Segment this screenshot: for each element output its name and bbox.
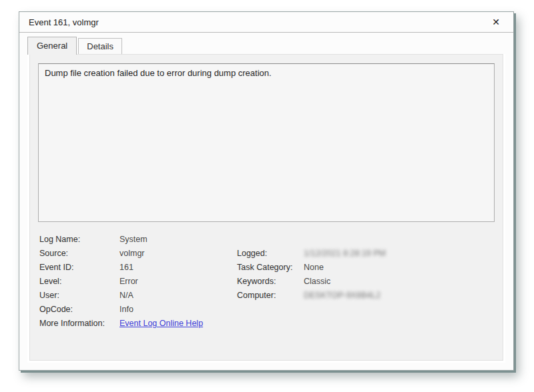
computer-label: Computer: <box>237 291 304 300</box>
field-row-eventid-taskcategory: Event ID: 161 Task Category: None <box>39 261 493 275</box>
event-fields: Log Name: System Source: volmgr Logged: … <box>31 227 501 331</box>
desktop-background: Event 161, volmgr ✕ General Details Dump… <box>0 0 534 392</box>
source-label: Source: <box>39 249 119 258</box>
tab-details[interactable]: Details <box>78 38 122 54</box>
more-information-label: More Information: <box>39 319 119 328</box>
opcode-value: Info <box>119 305 237 314</box>
level-label: Level: <box>39 277 119 286</box>
event-id-label: Event ID: <box>39 263 119 272</box>
field-row-log-name: Log Name: System <box>39 233 493 247</box>
level-value: Error <box>119 277 237 286</box>
user-value: N/A <box>119 291 237 300</box>
log-name-label: Log Name: <box>39 235 119 244</box>
dialog-body: Dump file creation failed due to error d… <box>19 54 513 370</box>
event-id-value: 161 <box>119 263 237 272</box>
event-properties-dialog: Event 161, volmgr ✕ General Details Dump… <box>19 11 514 371</box>
field-row-level-keywords: Level: Error Keywords: Classic <box>39 275 493 289</box>
user-label: User: <box>39 291 119 300</box>
source-value: volmgr <box>119 249 237 258</box>
tab-strip: General Details <box>19 33 513 54</box>
keywords-label: Keywords: <box>237 277 304 286</box>
computer-value-redacted: DESKTOP-9X8B4L2 <box>304 291 493 300</box>
dialog-titlebar[interactable]: Event 161, volmgr ✕ <box>19 12 513 33</box>
logged-label: Logged: <box>237 249 304 258</box>
field-row-opcode: OpCode: Info <box>39 303 493 317</box>
event-log-online-help-link[interactable]: Event Log Online Help <box>119 319 203 328</box>
field-row-more-information: More Information: Event Log Online Help <box>39 317 493 331</box>
logged-value-redacted: 1/12/2021 8:28:19 PM <box>304 249 493 258</box>
event-description-box[interactable]: Dump file creation failed due to error d… <box>38 63 495 222</box>
keywords-value: Classic <box>304 277 493 286</box>
field-row-source-logged: Source: volmgr Logged: 1/12/2021 8:28:19… <box>39 247 493 261</box>
log-name-value: System <box>119 235 237 244</box>
opcode-label: OpCode: <box>39 305 119 314</box>
close-icon[interactable]: ✕ <box>488 15 504 29</box>
tab-general[interactable]: General <box>27 37 77 55</box>
field-row-user-computer: User: N/A Computer: DESKTOP-9X8B4L2 <box>39 289 493 303</box>
general-tab-page: Dump file creation failed due to error d… <box>29 54 503 361</box>
task-category-label: Task Category: <box>237 263 304 272</box>
dialog-title: Event 161, volmgr <box>29 17 99 27</box>
task-category-value: None <box>304 263 493 272</box>
